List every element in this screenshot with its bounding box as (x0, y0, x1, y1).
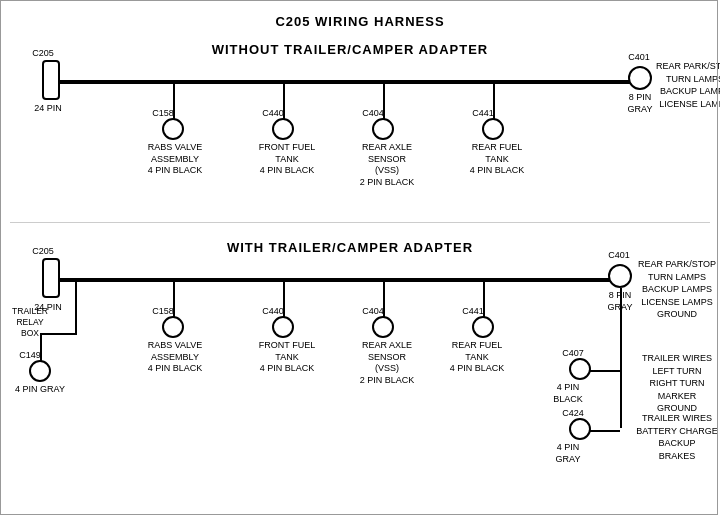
section1-c441-circle (482, 118, 504, 140)
section2-c401-label: REAR PARK/STOPTURN LAMPSBACKUP LAMPSLICE… (636, 258, 718, 321)
section2-c205-rect (42, 258, 60, 298)
c407-id: C407 (558, 348, 588, 360)
c149-circle (29, 360, 51, 382)
section2-c404-label: REAR AXLESENSOR(VSS)2 PIN BLACK (352, 340, 422, 387)
section2-c404-id: C404 (358, 306, 388, 318)
section2-c401-circle (608, 264, 632, 288)
section1-c401-id: C401 (624, 52, 654, 64)
section1-c205-label: C205 (28, 48, 58, 60)
section2-c205-label: C205 (28, 246, 58, 258)
section1-main-line (60, 80, 650, 84)
divider (10, 222, 710, 223)
section1-c158-circle (162, 118, 184, 140)
section1-c441-label: REAR FUELTANK4 PIN BLACK (462, 142, 532, 177)
section1-c404-id: C404 (358, 108, 388, 120)
section2-c441-label: REAR FUELTANK4 PIN BLACK (442, 340, 512, 375)
section2-c158-id: C158 (148, 306, 178, 318)
trailer-relay-label: TRAILERRELAYBOX (4, 306, 56, 339)
section1-c440-label: FRONT FUELTANK4 PIN BLACK (252, 142, 322, 177)
section1-c404-label: REAR AXLESENSOR(VSS)2 PIN BLACK (352, 142, 422, 189)
section2-c158-circle (162, 316, 184, 338)
right-vline-main (620, 288, 622, 428)
section2-c440-circle (272, 316, 294, 338)
section1-c441-id: C441 (468, 108, 498, 120)
c407-label: TRAILER WIRESLEFT TURNRIGHT TURNMARKERGR… (636, 352, 718, 415)
section1-c440-id: C440 (258, 108, 288, 120)
section1-c205-pins: 24 PIN (28, 103, 68, 115)
section2-c441-id: C441 (458, 306, 488, 318)
section2-c441-circle (472, 316, 494, 338)
section2-c158-label: RABS VALVEASSEMBLY4 PIN BLACK (140, 340, 210, 375)
section2-main-line (60, 278, 630, 282)
c424-pins: 4 PINGRAY (548, 442, 588, 465)
trailer-relay-vline (75, 280, 77, 335)
c424-circle (569, 418, 591, 440)
section2-c440-id: C440 (258, 306, 288, 318)
section1-c401-circle (628, 66, 652, 90)
section1-c404-circle (372, 118, 394, 140)
section1-c401-pins: 8 PINGRAY (620, 92, 660, 115)
page-title: C205 WIRING HARNESS (0, 6, 720, 29)
diagram: C205 WIRING HARNESS WITHOUT TRAILER/CAMP… (0, 0, 720, 500)
c424-label: TRAILER WIRESBATTERY CHARGEBACKUPBRAKES (636, 412, 718, 462)
c407-circle (569, 358, 591, 380)
section1-c401-label: REAR PARK/STOPTURN LAMPSBACKUP LAMPSLICE… (655, 60, 720, 110)
section2-c401-id: C401 (604, 250, 634, 262)
c149-label: 4 PIN GRAY (10, 384, 70, 396)
section1-c158-label: RABS VALVEASSEMBLY4 PIN BLACK (140, 142, 210, 177)
c407-pins: 4 PINBLACK (548, 382, 588, 405)
section1-label: WITHOUT TRAILER/CAMPER ADAPTER (150, 42, 550, 57)
section2-c440-label: FRONT FUELTANK4 PIN BLACK (252, 340, 322, 375)
section1-c158-id: C158 (148, 108, 178, 120)
c424-id: C424 (558, 408, 588, 420)
section1-c205-rect (42, 60, 60, 100)
section2-label: WITH TRAILER/CAMPER ADAPTER (150, 240, 550, 255)
section1-c440-circle (272, 118, 294, 140)
section2-c404-circle (372, 316, 394, 338)
c149-id: C149 (15, 350, 45, 362)
